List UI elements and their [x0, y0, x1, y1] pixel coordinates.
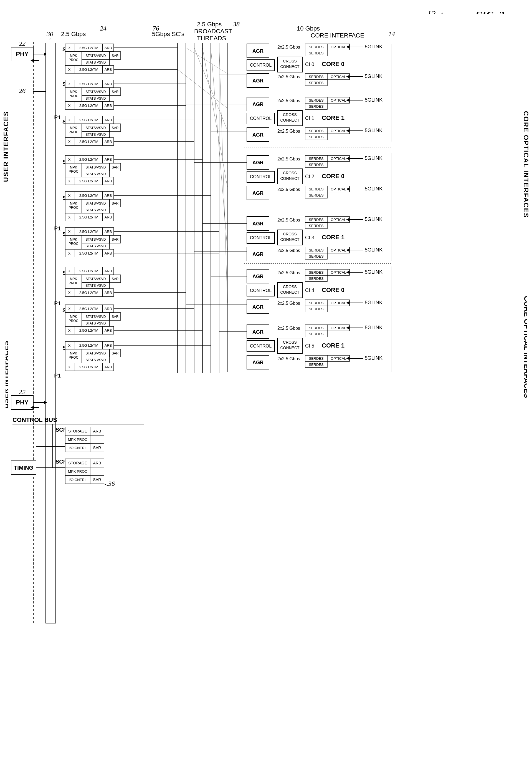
svg-text:STATS VSVD: STATS VSVD: [86, 321, 106, 325]
svg-text:2x2.5 Gbps: 2x2.5 Gbps: [277, 45, 300, 49]
svg-text:I/O CNTRL: I/O CNTRL: [69, 478, 87, 482]
svg-text:PROC: PROC: [69, 242, 78, 246]
svg-text:10 Gbps: 10 Gbps: [297, 25, 320, 32]
svg-text:2.5G L2/TM: 2.5G L2/TM: [79, 230, 98, 234]
svg-text:AGR: AGR: [252, 274, 264, 279]
svg-text:SAR: SAR: [112, 351, 119, 355]
svg-text:XI: XI: [68, 67, 72, 72]
svg-text:2.5G L2/TM: 2.5G L2/TM: [79, 103, 98, 108]
svg-text:SERDES: SERDES: [309, 277, 324, 281]
svg-text:ARB: ARB: [105, 365, 112, 369]
svg-text:ARB: ARB: [105, 230, 112, 234]
svg-text:SAR: SAR: [112, 277, 119, 281]
svg-text:STATS/VSVD: STATS/VSVD: [86, 238, 106, 242]
svg-text:CONTROL BUS: CONTROL BUS: [12, 416, 57, 423]
svg-text:2.5G L2/TM: 2.5G L2/TM: [79, 46, 98, 50]
svg-text:MPK: MPK: [70, 238, 77, 242]
main-diagram: 22 PHY 30 2.5 Gbps ↑ 24 76 5Gbps SC's 2.…: [6, 14, 527, 769]
svg-text:SERDES: SERDES: [309, 163, 324, 167]
svg-text:MPK: MPK: [70, 165, 77, 169]
svg-text:SERDES: SERDES: [309, 254, 324, 259]
svg-text:ARB: ARB: [105, 179, 112, 183]
svg-text:2x2.5 Gbps: 2x2.5 Gbps: [277, 74, 300, 79]
svg-text:OPTICAL: OPTICAL: [331, 156, 346, 161]
svg-text:CORE INTERFACE: CORE INTERFACE: [311, 32, 364, 39]
svg-text:OPTICAL: OPTICAL: [331, 98, 346, 102]
svg-text:SERDES: SERDES: [309, 156, 324, 161]
svg-text:2.5G L2/TM: 2.5G L2/TM: [79, 251, 98, 255]
svg-text:CORE 1: CORE 1: [322, 234, 344, 241]
svg-text:ARB: ARB: [105, 118, 112, 122]
svg-text:2x2.5 Gbps: 2x2.5 Gbps: [277, 156, 300, 161]
svg-text:STATS VSVD: STATS VSVD: [86, 208, 106, 212]
svg-text:PHY: PHY: [16, 399, 29, 406]
svg-text:2x2.5 Gbps: 2x2.5 Gbps: [277, 326, 300, 331]
svg-text:2x2.5 Gbps: 2x2.5 Gbps: [277, 270, 300, 275]
svg-text:MPK: MPK: [70, 351, 77, 355]
svg-text:AGR: AGR: [252, 160, 264, 165]
svg-text:SERDES: SERDES: [309, 326, 324, 330]
svg-text:XI: XI: [68, 103, 72, 108]
svg-text:STATS VSVD: STATS VSVD: [86, 133, 106, 136]
svg-text:XI: XI: [68, 328, 72, 333]
svg-text:STATS/VSVD: STATS/VSVD: [86, 54, 106, 58]
svg-text:CORE 1: CORE 1: [322, 342, 344, 349]
page: FIG. 2 12 ↙ 22 PHY 30 2.5 Gbps ↑ 24 76 5…: [0, 0, 532, 775]
svg-text:CROSS: CROSS: [283, 171, 297, 175]
svg-text:MPK: MPK: [70, 277, 77, 281]
svg-text:CI 3: CI 3: [305, 235, 314, 241]
svg-text:STATS VSVD: STATS VSVD: [86, 60, 106, 64]
svg-text:XI: XI: [68, 215, 72, 219]
svg-text:5GLINK: 5GLINK: [365, 217, 382, 222]
svg-text:MPK: MPK: [70, 202, 77, 206]
svg-text:2x2.5 Gbps: 2x2.5 Gbps: [277, 248, 300, 253]
svg-text:2.5 Gbps: 2.5 Gbps: [197, 21, 222, 28]
svg-text:XI: XI: [68, 307, 72, 311]
svg-text:XI: XI: [68, 230, 72, 234]
svg-text:MPK: MPK: [70, 54, 77, 58]
svg-text:AGR: AGR: [252, 78, 264, 83]
svg-text:ARB: ARB: [105, 140, 112, 144]
svg-text:SERDES: SERDES: [309, 135, 324, 139]
svg-text:PROC: PROC: [69, 206, 78, 210]
svg-text:XI: XI: [68, 269, 72, 273]
svg-text:ARB: ARB: [105, 103, 112, 108]
svg-text:5GLINK: 5GLINK: [365, 97, 382, 103]
svg-text:SERDES: SERDES: [309, 104, 324, 108]
svg-text:ARB: ARB: [105, 328, 112, 333]
svg-text:ARB: ARB: [105, 46, 112, 50]
svg-text:STATS/VSVD: STATS/VSVD: [86, 126, 106, 130]
svg-text:ARB: ARB: [105, 157, 112, 161]
svg-text:CORE 0: CORE 0: [322, 173, 344, 179]
svg-text:ARB: ARB: [105, 82, 112, 86]
svg-text:XI: XI: [68, 82, 72, 86]
svg-text:2.5G L2/TM: 2.5G L2/TM: [79, 193, 98, 198]
svg-text:ARB: ARB: [105, 307, 112, 311]
svg-text:SERDES: SERDES: [309, 193, 324, 198]
svg-text:CORE 0: CORE 0: [322, 60, 344, 67]
svg-text:XI: XI: [68, 118, 72, 122]
svg-text:5GLINK: 5GLINK: [365, 355, 382, 361]
svg-text:5GLINK: 5GLINK: [365, 155, 382, 161]
svg-text:CONNECT: CONNECT: [280, 118, 300, 122]
svg-text:2.5G L2/TM: 2.5G L2/TM: [79, 343, 98, 348]
svg-text:SERDES: SERDES: [309, 248, 324, 252]
svg-text:↑: ↑: [49, 36, 52, 43]
svg-text:OPTICAL: OPTICAL: [331, 129, 346, 133]
svg-text:SERDES: SERDES: [309, 224, 324, 228]
svg-text:SERDES: SERDES: [309, 187, 324, 191]
svg-text:OPTICAL: OPTICAL: [331, 356, 346, 361]
svg-text:XI: XI: [68, 251, 72, 255]
svg-text:MPK: MPK: [70, 315, 77, 319]
svg-text:USER INTERFACES: USER INTERFACES: [6, 341, 10, 409]
svg-text:22: 22: [19, 388, 26, 396]
svg-text:SERDES: SERDES: [309, 301, 324, 305]
svg-text:ARB: ARB: [105, 251, 112, 255]
svg-text:P1: P1: [54, 114, 61, 120]
svg-text:ARB: ARB: [93, 429, 101, 433]
svg-text:2.5G L2/TM: 2.5G L2/TM: [79, 328, 98, 333]
svg-text:AGR: AGR: [252, 48, 264, 54]
svg-text:2.5G L2/TM: 2.5G L2/TM: [79, 269, 98, 273]
svg-text:STATS VSVD: STATS VSVD: [86, 97, 106, 100]
svg-text:MPK: MPK: [70, 126, 77, 130]
